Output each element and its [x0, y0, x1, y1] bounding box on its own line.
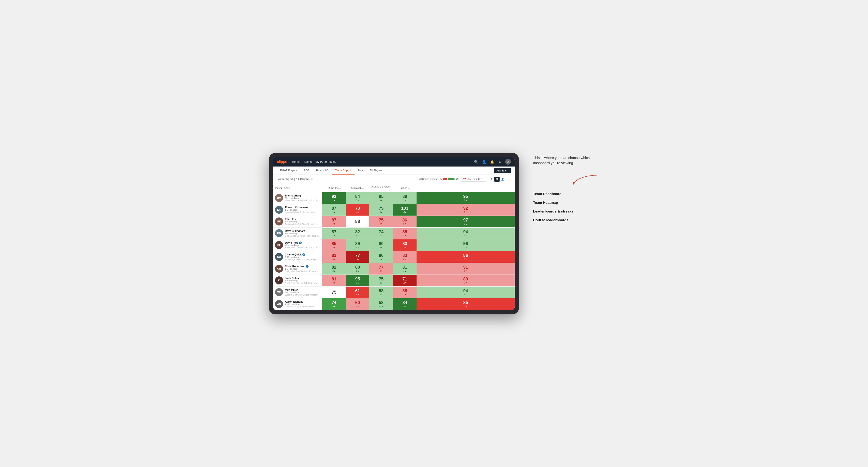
sub-nav: PGAT Players PGA Hcaps 1-5 Team Clippd T… — [273, 166, 515, 175]
table-row[interactable]: ECEdward Crossman1-5 HandicapSunningdale… — [273, 204, 515, 216]
tab-tour[interactable]: Tour — [354, 166, 366, 175]
stat-change: 3▼ — [464, 270, 467, 272]
view-btn-chart[interactable]: 👤 — [500, 177, 505, 182]
stat-cell: 801▲ — [369, 251, 393, 263]
sort-arrow-approach[interactable]: — — [362, 187, 364, 189]
bell-icon[interactable]: 🔔 — [489, 159, 495, 165]
stat-cell: 10315▲ — [393, 204, 416, 216]
table-row[interactable]: DFDavid Ford✓Plus HandicapRoyal North De… — [273, 239, 515, 251]
stat-change: 3▼ — [403, 235, 406, 237]
player-handicap: 1-5 Handicap — [285, 220, 320, 223]
avatar[interactable]: A — [505, 159, 511, 165]
stat-change: 9▲ — [379, 211, 382, 213]
stat-cell: 75 — [322, 286, 346, 298]
player-cell: EEElliot Ebert1-5 HandicapSunningdale Go… — [273, 216, 322, 227]
player-avatar: CR — [275, 264, 283, 273]
annotation-item-1: Team Heatmap — [533, 200, 599, 205]
stat-value: 74 — [332, 301, 336, 305]
table-row[interactable]: MMMatt Miller6-10 HandicapWoburn Golf Cl… — [273, 286, 515, 298]
stat-change: 2▲ — [356, 270, 359, 272]
add-team-button[interactable]: Add Team — [494, 168, 511, 173]
table-row[interactable]: JCJosh Coles1-5 HandicapRoyal North Devo… — [273, 275, 515, 286]
player-name: Josh Coles — [285, 277, 320, 280]
stat-value: 103 — [401, 206, 408, 210]
stat-cell: 866▼ — [393, 216, 416, 227]
last-rounds-button[interactable]: 📅 Last Rounds: 20 — [461, 177, 486, 182]
sort-arrow-around[interactable]: — — [380, 189, 382, 191]
stat-cell: 854▼ — [416, 298, 515, 310]
settings-icon[interactable]: ⚙ — [497, 159, 503, 165]
view-btn-download[interactable]: ↓ — [506, 177, 511, 182]
table-row[interactable]: ANAaron Nicholls11-15 HandicapDrift Golf… — [273, 298, 515, 310]
sort-arrow-putting[interactable]: — — [408, 187, 410, 189]
tab-pga[interactable]: PGA — [301, 166, 313, 175]
page-wrapper: clippd Home Teams My Performance 🔍 👤 🔔 ⚙… — [269, 153, 599, 314]
stat-value: 81 — [332, 277, 336, 281]
stat-cell: 5810▲ — [369, 298, 393, 310]
nav-link-home[interactable]: Home — [292, 160, 300, 164]
nav-links: Home Teams My Performance — [292, 160, 468, 164]
stat-value: 87 — [332, 206, 336, 210]
player-club: Royal North Devon Golf Club, United King… — [285, 282, 320, 284]
stat-value: 91 — [463, 265, 468, 269]
stat-change: 4▲ — [403, 270, 406, 272]
table-row[interactable]: BMBlair McHargPlus HandicapRoyal North D… — [273, 192, 515, 204]
sort-arrow-offtee[interactable]: — — [339, 187, 341, 189]
nav-bar: clippd Home Teams My Performance 🔍 👤 🔔 ⚙… — [273, 157, 515, 166]
table-row[interactable]: CRChris Robertson✓1-5 HandicapCraigmilla… — [273, 263, 515, 275]
stat-value: 75 — [379, 218, 383, 222]
nav-link-teams[interactable]: Teams — [303, 160, 312, 164]
stat-value: 96 — [463, 242, 468, 246]
player-name: Elliot Ebert — [285, 218, 320, 220]
search-icon[interactable]: 🔍 — [473, 159, 479, 165]
sort-arrow-player[interactable]: ▼ — [291, 187, 293, 189]
player-cell: CQCharlie Quick✓6-10 HandicapSt. George'… — [273, 251, 322, 263]
edit-icon[interactable]: ✏ — [311, 178, 313, 181]
stat-change: 6▲ — [356, 199, 359, 201]
nav-icons: 🔍 👤 🔔 ⚙ A — [473, 159, 511, 165]
stat-change: 3▼ — [379, 223, 382, 225]
stat-cell: 584▲ — [369, 286, 393, 298]
user-icon[interactable]: 👤 — [481, 159, 487, 165]
stat-cell: 913▼ — [416, 263, 515, 275]
player-handicap: Plus Handicap — [285, 244, 320, 247]
nav-link-myperformance[interactable]: My Performance — [315, 160, 336, 164]
table-row[interactable]: CQCharlie Quick✓6-10 HandicapSt. George'… — [273, 251, 515, 263]
tab-hcaps[interactable]: Hcaps 1-5 — [313, 166, 332, 175]
player-club: Craigmillar Park, United Kingdom — [285, 270, 320, 272]
stat-value: 82 — [355, 230, 360, 234]
table-row[interactable]: DBDave Billingham1-5 HandicapGog Magog G… — [273, 227, 515, 239]
stat-change: 8▲ — [379, 199, 382, 201]
stat-cell: 882▼ — [393, 286, 416, 298]
tab-pgat[interactable]: PGAT Players — [277, 166, 301, 175]
team-controls: 20 Round Change -5 +5 📅 Last Rounds: 20 — [419, 177, 511, 182]
stat-cell: 853▼ — [393, 227, 416, 239]
team-header: Team Clippd | 14 Players ✏ 20 Round Chan… — [273, 175, 515, 184]
stat-change: 8▲ — [356, 282, 359, 284]
player-cell: JCJosh Coles1-5 HandicapRoyal North Devo… — [273, 275, 322, 286]
player-name: Edward Crossman — [285, 206, 320, 209]
player-cell: MMMatt Miller6-10 HandicapWoburn Golf Cl… — [273, 286, 322, 298]
annotation-item-0: Team Dashboard — [533, 192, 599, 196]
player-club: Gog Magog Golf Club, United Kingdom — [285, 235, 320, 237]
stat-value: 80 — [379, 242, 383, 246]
player-cell: CRChris Robertson✓1-5 HandicapCraigmilla… — [273, 263, 322, 275]
stat-value: 94 — [463, 230, 468, 234]
stat-change: 2▲ — [332, 199, 335, 201]
stat-change: 1▲ — [464, 235, 467, 237]
player-avatar: EC — [275, 206, 283, 214]
view-btn-heatmap[interactable]: ▦ — [494, 177, 500, 182]
tab-teamclippd[interactable]: Team Clippd — [332, 166, 354, 175]
stat-value: 94 — [463, 289, 468, 293]
player-name: Chris Robertson✓ — [285, 265, 320, 268]
table-row[interactable]: EEElliot Ebert1-5 HandicapSunningdale Go… — [273, 216, 515, 227]
view-btn-list[interactable]: ⊞ — [489, 177, 494, 182]
tablet-device: clippd Home Teams My Performance 🔍 👤 🔔 ⚙… — [269, 153, 519, 314]
stat-change: 3▼ — [332, 223, 335, 225]
tab-allplayers[interactable]: All Players — [366, 166, 385, 175]
stat-change: 10▼ — [403, 246, 407, 249]
stat-cell: 748▲ — [322, 298, 346, 310]
player-avatar: DB — [275, 229, 283, 237]
change-bar — [443, 178, 455, 180]
player-name: Charlie Quick✓ — [285, 253, 320, 256]
